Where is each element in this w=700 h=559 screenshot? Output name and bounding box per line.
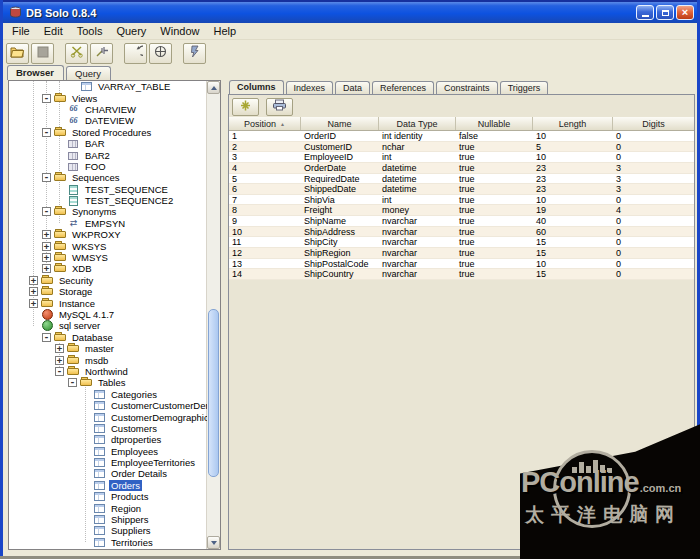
tree-item-shippers[interactable]: Shippers bbox=[9, 514, 207, 525]
expand-icon[interactable]: + bbox=[42, 230, 51, 239]
tree-item-wksys[interactable]: +WKSYS bbox=[9, 240, 207, 251]
tree-item-stored-procedures[interactable]: -Stored Procedures bbox=[9, 127, 207, 138]
tab-constraints[interactable]: Constraints bbox=[436, 81, 498, 94]
tree-item-msdb[interactable]: +msdb bbox=[9, 354, 207, 365]
tree-item-suppliers[interactable]: Suppliers bbox=[9, 525, 207, 536]
tree-item-orders[interactable]: Orders bbox=[9, 480, 207, 491]
tree-item-sql-server[interactable]: sql server bbox=[9, 320, 207, 331]
tree-item-wkproxy[interactable]: +WKPROXY bbox=[9, 229, 207, 240]
menu-window[interactable]: Window bbox=[153, 24, 206, 38]
tree-item-sequences[interactable]: -Sequences bbox=[9, 172, 207, 183]
tree-item-views[interactable]: -Views bbox=[9, 92, 207, 103]
tree-item-master[interactable]: +master bbox=[9, 343, 207, 354]
open-folder-button[interactable] bbox=[6, 43, 29, 64]
connector-button[interactable] bbox=[90, 43, 113, 64]
tree-item-database[interactable]: -Database bbox=[9, 332, 207, 343]
crosshair-globe-button[interactable] bbox=[149, 43, 172, 64]
tab-triggers[interactable]: Triggers bbox=[500, 81, 549, 94]
table-row[interactable]: 6ShippedDatedatetimetrue233 bbox=[229, 184, 694, 195]
tab-references[interactable]: References bbox=[372, 81, 434, 94]
collapse-icon[interactable]: - bbox=[42, 333, 51, 342]
tab-browser[interactable]: Browser bbox=[7, 65, 64, 80]
collapse-icon[interactable]: - bbox=[55, 367, 64, 376]
close-button[interactable]: × bbox=[676, 5, 694, 20]
expand-icon[interactable]: + bbox=[29, 299, 38, 308]
stop-button[interactable] bbox=[31, 43, 54, 64]
table-row[interactable]: 3EmployeeIDinttrue100 bbox=[229, 152, 694, 163]
table-row[interactable]: 10ShipAddressnvarchartrue600 bbox=[229, 227, 694, 238]
tab-query[interactable]: Query bbox=[66, 66, 111, 80]
scissors-button[interactable] bbox=[65, 43, 88, 64]
table-row[interactable]: 14ShipCountrynvarchartrue150 bbox=[229, 269, 694, 280]
tree-item-customercustomerdemo[interactable]: CustomerCustomerDemo bbox=[9, 400, 207, 411]
maximize-button[interactable] bbox=[656, 5, 674, 20]
table-row[interactable]: 9ShipNamenvarchartrue400 bbox=[229, 216, 694, 227]
expand-icon[interactable]: + bbox=[42, 242, 51, 251]
tree-item-dtproperties[interactable]: dtproperties bbox=[9, 434, 207, 445]
tree-item-order-details[interactable]: Order Details bbox=[9, 468, 207, 479]
expand-icon[interactable]: + bbox=[55, 356, 64, 365]
column-header-length[interactable]: Length bbox=[533, 117, 613, 130]
tree-item-northwind[interactable]: -Northwind bbox=[9, 366, 207, 377]
menu-edit[interactable]: Edit bbox=[37, 24, 70, 38]
tree-item-wmsys[interactable]: +WMSYS bbox=[9, 252, 207, 263]
table-row[interactable]: 1OrderIDint identityfalse100 bbox=[229, 131, 694, 142]
table-row[interactable]: 4OrderDatedatetimetrue233 bbox=[229, 163, 694, 174]
menu-file[interactable]: File bbox=[5, 24, 37, 38]
collapse-icon[interactable]: - bbox=[42, 128, 51, 137]
tree-item-charview[interactable]: 66CHARVIEW bbox=[9, 104, 207, 115]
table-row[interactable]: 12ShipRegionnvarchartrue150 bbox=[229, 248, 694, 259]
scroll-down-button[interactable] bbox=[207, 536, 220, 549]
collapse-icon[interactable]: - bbox=[42, 94, 51, 103]
refresh-button[interactable] bbox=[232, 98, 259, 116]
tree-item-customerdemographics[interactable]: CustomerDemographics bbox=[9, 411, 207, 422]
expand-icon[interactable]: + bbox=[42, 264, 51, 273]
tree-item-tables[interactable]: -Tables bbox=[9, 377, 207, 388]
tree-item-bar[interactable]: BAR bbox=[9, 138, 207, 149]
scrollbar-thumb[interactable] bbox=[208, 309, 219, 477]
table-row[interactable]: 8Freightmoneytrue194 bbox=[229, 205, 694, 216]
tree-item-mysql-4-1-7[interactable]: MySQL 4.1.7 bbox=[9, 309, 207, 320]
tree-item-bar2[interactable]: BAR2 bbox=[9, 149, 207, 160]
table-row[interactable]: 2CustomerIDnchartrue50 bbox=[229, 142, 694, 153]
tree-item-products[interactable]: Products bbox=[9, 491, 207, 502]
run-query-button[interactable] bbox=[183, 43, 206, 64]
tree-item-varray-table[interactable]: VARRAY_TABLE bbox=[9, 81, 207, 92]
expand-icon[interactable]: + bbox=[55, 344, 64, 353]
tab-data[interactable]: Data bbox=[335, 81, 370, 94]
column-header-digits[interactable]: Digits bbox=[613, 117, 694, 130]
menu-tools[interactable]: Tools bbox=[70, 24, 110, 38]
tree-item-test-sequence[interactable]: TEST_SEQUENCE bbox=[9, 184, 207, 195]
expand-icon[interactable]: + bbox=[42, 253, 51, 262]
menu-help[interactable]: Help bbox=[206, 24, 243, 38]
minimize-button[interactable] bbox=[636, 5, 654, 20]
undo-arrow-button[interactable] bbox=[124, 43, 147, 64]
tab-indexes[interactable]: Indexes bbox=[286, 81, 334, 94]
tree-item-customers[interactable]: Customers bbox=[9, 423, 207, 434]
table-row[interactable]: 13ShipPostalCodenvarchartrue100 bbox=[229, 259, 694, 270]
tree-item-instance[interactable]: +Instance bbox=[9, 297, 207, 308]
expand-icon[interactable]: + bbox=[29, 287, 38, 296]
collapse-icon[interactable]: - bbox=[42, 207, 51, 216]
tree-item-employeeterritories[interactable]: EmployeeTerritories bbox=[9, 457, 207, 468]
tree-item-xdb[interactable]: +XDB bbox=[9, 263, 207, 274]
tree-item-employees[interactable]: Employees bbox=[9, 446, 207, 457]
scroll-up-button[interactable] bbox=[207, 81, 220, 94]
tree-item-territories[interactable]: Territories bbox=[9, 537, 207, 548]
column-header-data-type[interactable]: Data Type bbox=[379, 117, 456, 130]
tree-item-dateview[interactable]: 66DATEVIEW bbox=[9, 115, 207, 126]
tree-item-categories[interactable]: Categories bbox=[9, 389, 207, 400]
collapse-icon[interactable]: - bbox=[68, 378, 77, 387]
title-bar[interactable]: DB Solo 0.8.4 × bbox=[3, 0, 697, 23]
tree-item-region[interactable]: Region bbox=[9, 502, 207, 513]
table-row[interactable]: 5RequiredDatedatetimetrue233 bbox=[229, 174, 694, 185]
panel-splitter[interactable] bbox=[221, 80, 228, 550]
export-button[interactable] bbox=[266, 98, 293, 116]
tree-item-test-sequence2[interactable]: TEST_SEQUENCE2 bbox=[9, 195, 207, 206]
table-row[interactable]: 7ShipViainttrue100 bbox=[229, 195, 694, 206]
tree-item-synonyms[interactable]: -Synonyms bbox=[9, 206, 207, 217]
menu-query[interactable]: Query bbox=[109, 24, 153, 38]
table-row[interactable]: 11ShipCitynvarchartrue150 bbox=[229, 237, 694, 248]
tree-item-foo[interactable]: FOO bbox=[9, 161, 207, 172]
expand-icon[interactable]: + bbox=[29, 276, 38, 285]
